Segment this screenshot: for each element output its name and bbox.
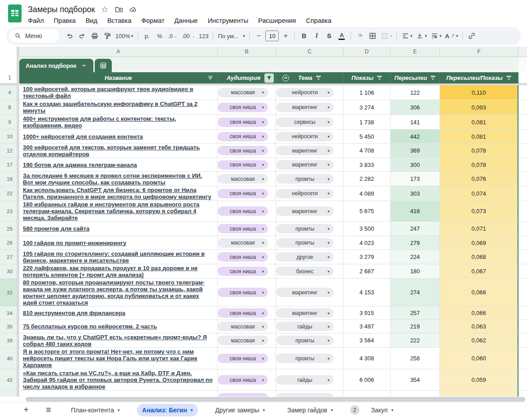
theme-chip[interactable]: нейросети▾ [276,132,334,141]
audience-chip[interactable]: своя ниша▾ [218,224,268,233]
title-link[interactable]: 160 избранных гайдов и инструментов для … [19,201,217,222]
menu-help[interactable]: Справка [306,17,331,24]
title-link[interactable]: 300 нейросетей для текстов, которые заме… [19,144,217,158]
theme-cell[interactable]: промты▾ [276,172,343,186]
theme-chip[interactable]: промты▾ [276,174,334,184]
title-cell[interactable]: 75 бесплатных курсов по нейросетям. 2 ча… [19,320,218,333]
forwards-cell[interactable]: 354 [391,369,440,391]
shows-cell[interactable]: 6 006 [343,369,391,391]
empty-cell[interactable] [518,158,527,172]
theme-cell[interactable]: промты▾ [276,348,343,369]
shows-cell[interactable]: 4 153 [343,279,391,306]
filter-view-tab[interactable]: Анализ подборок [19,59,93,72]
shows-cell[interactable]: 2 282 [343,172,391,186]
paint-format-button[interactable] [101,30,113,42]
redo-button[interactable] [76,30,88,42]
column-header-b[interactable]: B [218,47,276,57]
empty-cell[interactable] [518,348,527,369]
empty-cell[interactable] [518,100,527,115]
menu-insert[interactable]: Вставка [107,17,132,24]
theme-chip[interactable]: маркетинг▾ [276,288,334,297]
empty-cell[interactable] [518,201,527,222]
undo-button[interactable] [64,30,75,42]
document-title[interactable]: Замеры подборок [28,5,95,14]
column-header-f[interactable]: F [440,47,518,57]
forwards-cell[interactable]: 247 [391,222,440,236]
sheet-tab-analiz-begin[interactable]: Анализ: Бегин▾ [137,404,198,416]
forwards-cell[interactable]: 141 [391,115,440,130]
borders-button[interactable] [367,30,378,42]
menus-search[interactable]: Меню [9,29,59,43]
header-ratio[interactable]: Пересылки/Показы [440,72,518,83]
title-cell[interactable]: 1000+ нейросетей для создания контента [19,130,218,144]
theme-chip[interactable]: маркетинг▾ [276,103,334,112]
audience-cell[interactable]: массовая▾ [218,236,276,250]
all-sheets-button[interactable]: ≡ [43,405,54,416]
audience-cell[interactable]: массовая▾ [218,320,276,333]
ratio-cell[interactable]: 0,071 [440,222,518,236]
forwards-cell[interactable]: 173 [391,172,440,186]
shows-cell[interactable]: 4 708 [343,144,391,158]
ratio-cell[interactable]: 0,066 [440,279,518,306]
theme-cell[interactable]: маркетинг▾ [276,158,343,172]
empty-cell[interactable] [518,115,527,130]
forwards-cell[interactable]: 279 [391,236,440,250]
column-header-e[interactable]: E [391,47,440,57]
cloud-saved-icon[interactable] [129,5,138,14]
title-cell[interactable]: Как я создаю зашибательскую инфографику … [19,100,218,115]
theme-chip[interactable]: промты▾ [276,354,334,363]
theme-cell[interactable]: промты▾ [276,333,343,348]
shows-cell[interactable]: 5 450 [343,130,391,144]
title-cell[interactable]: За последние 6 месяцев я провел сотни эк… [19,172,218,186]
insert-link-button[interactable] [466,30,478,42]
shows-cell[interactable]: 4 308 [343,348,391,369]
audience-cell[interactable]: своя ниша▾ [218,279,276,306]
ratio-cell[interactable]: 0,081 [440,130,518,144]
forwards-cell[interactable]: 224 [391,250,440,264]
title-cell[interactable]: «Как писать статьи на VC.ru?», а еще на … [19,369,218,391]
theme-cell[interactable]: маркетинг▾ [276,144,343,158]
ratio-cell[interactable]: 0,066 [440,306,518,320]
theme-chip[interactable]: нейросети▾ [276,189,334,198]
sheets-logo-icon[interactable] [8,4,22,22]
forwards-cell[interactable]: 219 [391,320,440,333]
audience-chip[interactable]: массовая▾ [218,336,268,345]
add-sheet-button[interactable]: + [21,405,31,416]
audience-chip[interactable]: своя ниша▾ [218,288,268,297]
theme-cell[interactable]: промты▾ [276,236,343,250]
theme-chip[interactable]: другое▾ [276,252,334,262]
font-select[interactable]: По ум...▾ [216,30,246,42]
audience-cell[interactable]: своя ниша▾ [218,115,276,130]
empty-cell[interactable] [518,264,527,279]
sheet-tab-drugie-zamery[interactable]: Другие замеры▾ [210,404,270,416]
title-cell[interactable]: 220 лайфхаков, как продавать продукт в 1… [19,264,218,279]
audience-cell[interactable]: массовая▾ [218,333,276,348]
title-cell[interactable]: 810 инструментов для фрилансера [19,306,218,320]
audience-chip[interactable] [218,393,268,397]
move-to-folder-icon[interactable] [114,5,123,14]
theme-chip[interactable]: маркетинг▾ [276,146,334,155]
ratio-cell[interactable]: 0,093 [440,100,518,115]
title-cell[interactable]: 100 гайдов по промпт-инжинирингу [19,236,218,250]
audience-chip[interactable]: своя ниша▾ [218,267,268,276]
forwards-cell[interactable]: 416 [391,201,440,222]
audience-cell[interactable]: своя ниша▾ [218,201,276,222]
increase-decimals-button[interactable]: .00→ [180,30,197,42]
shows-cell[interactable]: 4 023 [343,236,391,250]
ratio-cell[interactable]: 0,073 [440,201,518,222]
text-wrap-button[interactable]: ▾ [429,30,443,42]
column-header-d[interactable]: D [343,47,391,57]
merge-cells-button[interactable]: ▾ [379,30,393,42]
title-cell[interactable]: 580 промтов для сайта [19,222,218,236]
bold-button[interactable]: B [298,30,310,42]
shows-cell[interactable]: 3 564 [343,333,391,348]
theme-cell[interactable]: гайды▾ [276,369,343,391]
audience-cell[interactable]: своя ниша▾ [218,158,276,172]
title-link[interactable]: 100 гайдов по промпт-инжинирингу [19,239,130,247]
audience-chip[interactable]: массовая▾ [218,174,268,184]
title-cell[interactable]: Я в восторге от этого промта! Нет-нет, н… [19,348,218,369]
theme-chip[interactable]: гайды▾ [276,375,334,385]
empty-cell[interactable] [518,333,527,348]
empty-cell[interactable] [518,144,527,158]
title-cell[interactable]: 190 ботов для админа телеграм-канала [19,158,218,172]
